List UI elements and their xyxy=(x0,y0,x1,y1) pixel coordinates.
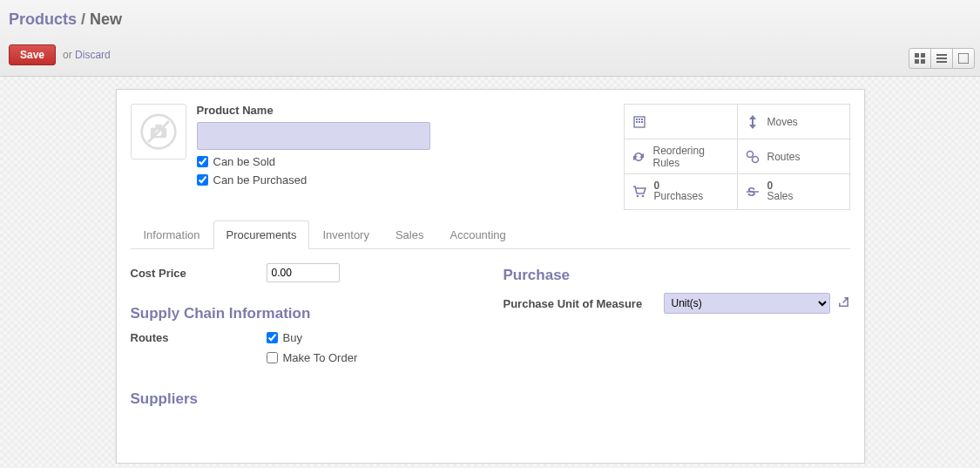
stat-sales-label: Sales xyxy=(767,191,794,202)
breadcrumb-root[interactable]: Products xyxy=(9,10,77,28)
stat-purchases-label: Purchases xyxy=(654,191,704,202)
svg-rect-19 xyxy=(641,121,643,123)
route-mto-checkbox[interactable] xyxy=(267,352,278,363)
breadcrumb-separator: / xyxy=(81,10,85,28)
svg-rect-5 xyxy=(936,58,947,59)
svg-rect-7 xyxy=(958,53,969,64)
route-mto-row[interactable]: Make To Order xyxy=(267,351,358,364)
route-buy-label: Buy xyxy=(283,331,302,344)
external-link-icon[interactable] xyxy=(837,295,850,311)
view-kanban-button[interactable] xyxy=(909,48,931,69)
or-label: or xyxy=(63,49,72,61)
tab-information[interactable]: Information xyxy=(131,220,213,249)
breadcrumb-current: New xyxy=(90,10,122,28)
building-icon xyxy=(632,115,647,129)
form-sheet: Product Name Can be Sold Can be Purchase… xyxy=(116,89,865,464)
supply-chain-heading: Supply Chain Information xyxy=(131,305,477,322)
route-buy-row[interactable]: Buy xyxy=(267,331,358,344)
can-be-purchased-label: Can be Purchased xyxy=(213,173,308,187)
tab-sales[interactable]: Sales xyxy=(382,220,437,249)
stat-reordering-label: Reordering Rules xyxy=(652,145,729,169)
svg-rect-6 xyxy=(936,61,947,63)
cost-price-input[interactable] xyxy=(267,263,340,282)
can-be-purchased-checkbox[interactable] xyxy=(197,174,208,186)
stat-buttons: Moves Reordering Rules Routes xyxy=(624,104,850,210)
discard-wrap: or Discard xyxy=(63,49,111,61)
can-be-purchased-row[interactable]: Can be Purchased xyxy=(197,173,430,187)
can-be-sold-label: Can be Sold xyxy=(213,155,276,168)
svg-rect-17 xyxy=(636,121,638,123)
svg-rect-0 xyxy=(915,53,919,58)
stat-reordering[interactable]: Reordering Rules xyxy=(625,139,738,174)
header-toolbar: Products / New Save or Discard xyxy=(0,0,980,77)
stat-moves[interactable]: Moves xyxy=(738,105,851,139)
route-mto-label: Make To Order xyxy=(283,351,358,364)
purchase-uom-label: Purchase Unit of Measure xyxy=(504,297,657,310)
svg-point-21 xyxy=(752,156,758,162)
svg-rect-3 xyxy=(921,59,925,64)
svg-rect-18 xyxy=(639,121,640,123)
can-be-sold-row[interactable]: Can be Sold xyxy=(197,155,430,168)
svg-rect-14 xyxy=(636,119,638,120)
refresh-icon xyxy=(632,150,646,164)
product-name-label: Product Name xyxy=(197,104,430,117)
suppliers-heading: Suppliers xyxy=(131,390,477,408)
cart-icon xyxy=(632,186,647,198)
stat-moves-label: Moves xyxy=(767,116,798,128)
gears-icon xyxy=(745,150,760,164)
tab-procurements[interactable]: Procurements xyxy=(213,220,310,249)
purchase-heading: Purchase xyxy=(504,267,850,284)
svg-rect-1 xyxy=(921,53,925,58)
view-list-button[interactable] xyxy=(930,48,953,69)
tab-accounting[interactable]: Accounting xyxy=(436,220,518,249)
svg-rect-4 xyxy=(936,54,947,56)
svg-rect-16 xyxy=(641,119,643,120)
svg-point-22 xyxy=(636,195,639,198)
can-be-sold-checkbox[interactable] xyxy=(197,156,208,167)
tab-inventory[interactable]: Inventory xyxy=(309,220,382,249)
stat-routes-label: Routes xyxy=(767,151,801,163)
cost-price-label: Cost Price xyxy=(131,267,267,280)
discard-link[interactable]: Discard xyxy=(75,49,111,61)
breadcrumb: Products / New xyxy=(9,7,971,29)
svg-point-20 xyxy=(747,151,753,157)
view-form-button[interactable] xyxy=(952,48,975,69)
svg-point-23 xyxy=(641,195,644,198)
purchase-uom-select[interactable]: Unit(s) xyxy=(664,293,830,314)
stat-routes[interactable]: Routes xyxy=(738,139,851,174)
svg-rect-15 xyxy=(639,119,640,120)
product-name-input[interactable] xyxy=(197,122,430,150)
save-button[interactable]: Save xyxy=(9,44,56,65)
stat-purchases[interactable]: 0 Purchases xyxy=(625,174,738,209)
svg-rect-2 xyxy=(915,59,919,64)
tab-bar: Information Procurements Inventory Sales… xyxy=(131,220,850,249)
arrows-vertical-icon xyxy=(745,115,760,129)
strikethrough-icon: S xyxy=(745,185,760,199)
product-image-placeholder[interactable] xyxy=(131,104,186,159)
stat-sales[interactable]: S 0 Sales xyxy=(738,174,851,209)
stat-empty[interactable] xyxy=(625,105,738,139)
view-switcher xyxy=(909,48,975,69)
routes-label: Routes xyxy=(131,331,267,368)
camera-off-icon xyxy=(139,112,178,151)
route-buy-checkbox[interactable] xyxy=(267,332,278,343)
